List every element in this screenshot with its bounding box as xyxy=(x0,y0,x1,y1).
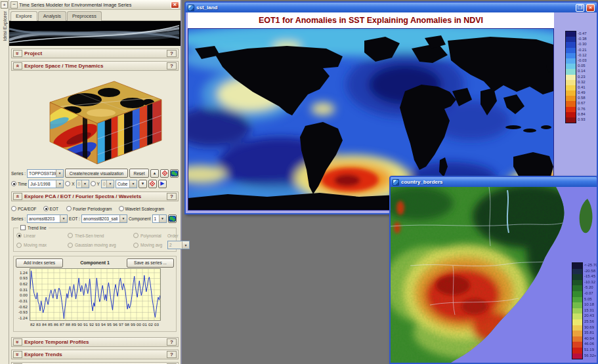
x-radio[interactable] xyxy=(65,181,70,186)
legend-value-label: 0.23 xyxy=(578,74,587,79)
chevron-down-icon[interactable]: ▼ xyxy=(129,180,137,188)
legend-color-cell xyxy=(566,117,576,123)
component-select[interactable]: 1 ▼ xyxy=(152,214,167,223)
chevron-down-icon[interactable]: ▼ xyxy=(60,215,67,222)
y-radio[interactable] xyxy=(91,181,96,186)
collapse-chevron-icon[interactable]: « xyxy=(13,338,22,346)
help-button[interactable]: ? xyxy=(167,351,177,358)
legend-color-cell xyxy=(566,75,576,80)
series-row: Series : TOPPOS9739 ▼ Create/recreate vi… xyxy=(9,168,181,178)
trend-line-checkbox[interactable] xyxy=(20,225,26,230)
panel-tabbar: Explore Analysis Preprocess xyxy=(9,10,181,21)
globe-icon xyxy=(169,216,176,222)
chevron-down-icon[interactable]: ▼ xyxy=(159,215,166,222)
legend-color-cell xyxy=(572,274,582,280)
legend-value-label: -5.20 xyxy=(584,285,597,291)
play-button[interactable]: ▶ xyxy=(158,180,167,188)
restore-icon[interactable]: ❐ xyxy=(576,4,584,12)
legend-color-cell xyxy=(572,280,582,286)
y-select: 0 ▼ xyxy=(101,180,114,188)
eot-radio[interactable] xyxy=(43,206,49,211)
legend-color-cell xyxy=(572,348,582,354)
legend-value-label: 10.18 xyxy=(584,302,597,308)
country-borders-titlebar[interactable]: country_borders xyxy=(391,177,597,187)
stop-marker-button[interactable] xyxy=(160,169,169,178)
trend-line-group: Trend line Linear Theil-Sen trend Polyno… xyxy=(13,228,177,252)
add-index-series-button[interactable]: Add index series xyxy=(16,258,63,268)
legend-color-cell xyxy=(566,31,576,37)
chevron-down-icon: ▼ xyxy=(81,180,89,188)
fourier-radio[interactable] xyxy=(66,206,72,211)
close-icon[interactable]: × xyxy=(586,4,595,12)
chevron-down-icon[interactable]: ▼ xyxy=(56,180,63,188)
globe-view-button[interactable] xyxy=(170,169,179,178)
y-tick-label: -0.93 xyxy=(18,310,28,314)
dock-expand-button[interactable]: + xyxy=(1,1,8,9)
africa-color-legend: <-25.70-20.58-15.45-10.32-5.20-0.075.051… xyxy=(572,262,597,359)
country-borders-window-body: <-25.70-20.58-15.45-10.32-5.20-0.075.051… xyxy=(391,187,597,363)
eot-select[interactable]: anomsst8203_sali ▼ xyxy=(81,214,127,223)
help-button[interactable]: ? xyxy=(167,50,177,57)
collapse-chevron-icon[interactable]: « xyxy=(13,50,22,57)
tab-preprocess[interactable]: Preprocess xyxy=(67,11,102,21)
x-label: X xyxy=(72,182,74,186)
chevron-down-icon[interactable]: ▼ xyxy=(119,215,127,222)
africa-ndvi-trend-map[interactable] xyxy=(391,187,597,363)
tab-explore[interactable]: Explore xyxy=(11,11,37,22)
help-button[interactable]: ? xyxy=(167,338,177,346)
x-tick-label: 89 xyxy=(72,322,76,327)
chart-plot-area[interactable] xyxy=(30,268,161,321)
x-tick-label: 88 xyxy=(66,322,70,327)
help-button[interactable]: ? xyxy=(167,62,177,70)
expand-chevron-icon[interactable]: « xyxy=(13,62,22,70)
step-down-button[interactable]: ▼ xyxy=(139,180,147,188)
tab-analysis[interactable]: Analysis xyxy=(38,11,66,21)
collapse-chevron-icon[interactable]: « xyxy=(13,351,22,358)
section-label-trends: Explore Trends xyxy=(24,352,165,357)
legend-value-label: -0.03 xyxy=(578,58,587,63)
legend-color-cell xyxy=(572,325,582,331)
create-visualization-button[interactable]: Create/recreate visualization xyxy=(65,169,128,178)
legend-color-cell xyxy=(572,297,582,303)
y-tick-label: -0.62 xyxy=(18,304,28,309)
legend-value-label: 56.32+ xyxy=(584,353,597,359)
legend-color-cell xyxy=(566,80,576,85)
legend-color-cell xyxy=(566,69,576,74)
stop-marker-button[interactable] xyxy=(148,180,157,188)
time-select[interactable]: Jul-1/1998 ▼ xyxy=(28,180,64,188)
view-mode-select[interactable]: Cube ▼ xyxy=(116,180,137,188)
minimize-icon[interactable]: − xyxy=(11,1,18,9)
legend-color-cell xyxy=(572,269,582,275)
dock-strip: + Idrisi Explorer xyxy=(0,0,9,364)
legend-value-label: 0.41 xyxy=(578,85,587,90)
chevron-down-icon: ▼ xyxy=(182,241,189,249)
legend-value-label: 30.69 xyxy=(584,325,597,331)
pca-eof-radio[interactable] xyxy=(11,206,16,211)
expand-chevron-icon[interactable]: « xyxy=(13,193,22,200)
section-label-temporal: Explore Temporal Profiles xyxy=(24,339,165,345)
sst-land-titlebar[interactable]: sst_land ❐ × xyxy=(186,3,597,12)
legend-color-cell xyxy=(566,96,576,101)
reset-button[interactable]: Reset xyxy=(129,169,149,178)
y-tick-label: 0.00 xyxy=(20,293,28,297)
x-tick-label: 84 xyxy=(42,322,47,327)
wavelet-radio[interactable] xyxy=(119,206,124,211)
globe-view-button[interactable] xyxy=(168,214,177,223)
close-icon[interactable]: × xyxy=(171,1,179,9)
legend-color-cell xyxy=(572,291,582,297)
legend-color-cell xyxy=(572,285,582,291)
legend-value-label: 0.14 xyxy=(578,68,587,73)
space-time-cube-visualization[interactable] xyxy=(9,73,181,168)
eot-series-select[interactable]: anomsst8203 ▼ xyxy=(27,214,68,223)
legend-color-cell xyxy=(572,336,582,342)
chart-title: Component 1 xyxy=(80,260,110,265)
series-select[interactable]: TOPPOS9739 ▼ xyxy=(27,169,64,178)
legend-value-label: 0.93 xyxy=(578,117,587,122)
chevron-down-icon[interactable]: ▼ xyxy=(56,170,63,177)
step-up-button[interactable]: ▲ xyxy=(150,169,159,178)
save-as-series-button[interactable]: Save as series ... xyxy=(127,258,174,268)
time-radio[interactable] xyxy=(11,181,16,186)
idrisi-explorer-vertical-tab[interactable]: Idrisi Explorer xyxy=(2,11,8,41)
chevron-down-icon: ▼ xyxy=(106,180,114,188)
help-button[interactable]: ? xyxy=(167,193,177,200)
